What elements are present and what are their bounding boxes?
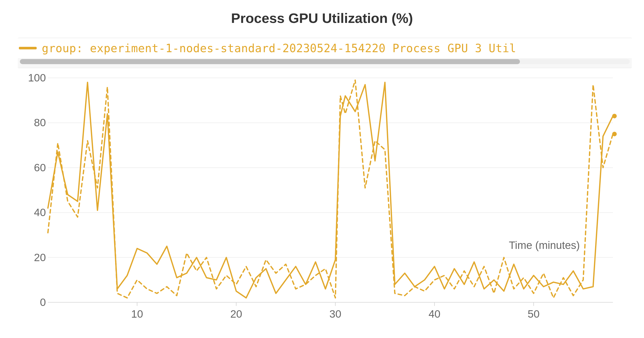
x-tick-label: 20 [230, 308, 242, 320]
series-line-dashed [48, 80, 613, 298]
chart-title: Process GPU Utilization (%) [0, 10, 644, 26]
x-tick-label: 30 [329, 308, 341, 320]
legend-entry[interactable]: group: experiment-1-nodes-standard-20230… [18, 38, 632, 58]
plot-area[interactable]: Time (minutes) [48, 78, 613, 302]
series-end-dot-solid [612, 114, 617, 118]
y-tick-label: 20 [23, 251, 46, 264]
y-tick-label: 80 [23, 117, 46, 129]
y-tick-label: 40 [23, 206, 46, 219]
legend-label: group: experiment-1-nodes-standard-20230… [42, 42, 516, 55]
x-axis-title: Time (minutes) [509, 239, 580, 251]
x-tick-label: 10 [131, 308, 143, 320]
legend: group: experiment-1-nodes-standard-20230… [18, 38, 632, 68]
y-tick-label: 0 [23, 296, 46, 308]
legend-swatch-icon [19, 47, 37, 49]
y-tick-label: 60 [23, 162, 46, 174]
legend-scrollbar-thumb[interactable] [20, 59, 520, 64]
plot-svg [48, 78, 613, 302]
chart-container: Process GPU Utilization (%) group: exper… [0, 0, 644, 338]
series-line-solid [48, 82, 613, 298]
legend-scrollbar[interactable] [20, 59, 630, 64]
x-tick-label: 50 [528, 308, 540, 320]
y-tick-label: 100 [23, 72, 46, 84]
series-end-dot-dashed [612, 132, 617, 136]
x-axis-labels: 1020304050 [48, 308, 613, 323]
x-tick-label: 40 [428, 308, 440, 320]
y-axis-labels: 020406080100 [23, 78, 46, 302]
